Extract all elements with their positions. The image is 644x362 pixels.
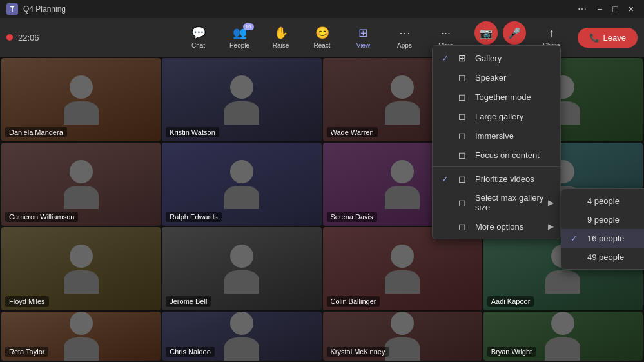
avatar-body-16 — [545, 337, 580, 361]
avatar-body-5 — [64, 186, 99, 209]
large-gallery-label: Large gallery — [475, 112, 523, 121]
avatar-head-9 — [70, 245, 93, 268]
toolbar-people[interactable]: 👥 People 16 — [219, 18, 260, 57]
select-max-label: Select max gallery size — [475, 193, 551, 212]
more-icon: ··· — [441, 26, 451, 40]
more-options-label: More options — [475, 222, 523, 232]
avatar-body-9 — [64, 270, 99, 294]
menu-divider-1 — [433, 166, 560, 167]
video-cell-1: Daniela Mandera — [1, 58, 161, 141]
avatar-head-11 — [391, 245, 414, 268]
end-call-label: Leave — [603, 33, 626, 43]
more-options-arrow-icon: ▶ — [548, 222, 554, 231]
app-logo: T — [6, 3, 18, 15]
avatar-head-7 — [391, 160, 414, 183]
avatar-head-1 — [70, 75, 93, 99]
select-max-menu-icon: ◻ — [458, 197, 469, 208]
recording-indicator — [6, 34, 13, 41]
menu-large-gallery[interactable]: ◻ Large gallery — [433, 106, 560, 126]
menu-select-max[interactable]: ◻ Select max gallery size ▶ 4 people 9 p… — [433, 188, 560, 217]
immersive-menu-icon: ◻ — [458, 130, 469, 141]
gallery-size-submenu: 4 people 9 people ✓ 16 people 49 people — [561, 188, 644, 270]
video-cell-14: Chris Naidoo — [162, 312, 321, 361]
menu-together[interactable]: ◻ Together mode — [433, 87, 560, 106]
avatar-head-10 — [230, 245, 253, 268]
avatar-head-13 — [70, 312, 93, 335]
toolbar-chat[interactable]: 💬 Chat — [178, 18, 219, 57]
raise-icon: ✋ — [274, 26, 288, 40]
speaker-label: Speaker — [475, 73, 506, 83]
menu-focus[interactable]: ◻ Focus on content — [433, 145, 560, 165]
avatar-body-15 — [385, 337, 420, 361]
more-options-menu-icon: ◻ — [458, 221, 469, 232]
maximize-btn[interactable]: □ — [609, 4, 621, 14]
name-tag-14: Chris Naidoo — [166, 347, 215, 357]
select-max-arrow-icon: ▶ — [548, 198, 554, 207]
name-tag-7: Serena Davis — [327, 212, 377, 222]
prioritize-check-icon: ✓ — [442, 174, 452, 184]
avatar-body-3 — [385, 101, 420, 125]
4-people-label: 4 people — [587, 196, 620, 206]
focus-label: Focus on content — [475, 150, 540, 160]
mic-button[interactable]: 🎤 — [503, 21, 526, 45]
name-tag-9: Floyd Miles — [5, 296, 49, 307]
together-label: Together mode — [475, 92, 531, 102]
view-icon: ⊞ — [358, 26, 368, 40]
submenu-9-people[interactable]: 9 people — [561, 210, 644, 229]
name-tag-5: Cameron Williamson — [5, 212, 78, 222]
49-people-label: 49 people — [587, 252, 624, 262]
avatar-body-13 — [64, 337, 99, 361]
immersive-label: Immersive — [475, 131, 514, 141]
name-tag-13: Reta Taylor — [5, 347, 48, 357]
name-tag-11: Colin Ballinger — [327, 296, 380, 307]
avatar-head-14 — [230, 312, 253, 335]
apps-label: Apps — [397, 42, 412, 49]
name-tag-16: Bryan Wright — [487, 347, 536, 357]
focus-menu-icon: ◻ — [458, 150, 469, 160]
video-cell-5: Cameron Williamson — [1, 143, 161, 226]
react-icon: 😊 — [315, 26, 329, 40]
menu-immersive[interactable]: ◻ Immersive — [433, 126, 560, 145]
video-cell-6: Ralph Edwards — [162, 143, 321, 226]
react-label: React — [313, 42, 330, 49]
name-tag-6: Ralph Edwards — [166, 212, 222, 222]
toolbar-raise[interactable]: ✋ Raise — [260, 18, 302, 57]
toolbar-react[interactable]: 😊 React — [302, 18, 343, 57]
camera-button[interactable]: 📷 — [474, 21, 498, 45]
prioritize-menu-icon: ◻ — [458, 174, 469, 184]
timer-area: 22:06 — [6, 33, 39, 43]
chat-label: Chat — [191, 42, 205, 49]
toolbar-view[interactable]: ⊞ View — [343, 18, 384, 57]
apps-icon: ⋯ — [399, 26, 411, 40]
menu-more-options[interactable]: ◻ More options ▶ — [433, 217, 560, 236]
toolbar-apps[interactable]: ⋯ Apps — [384, 18, 425, 57]
video-cell-2: Kristin Watson — [162, 58, 321, 141]
name-tag-1: Daniela Mandera — [5, 127, 67, 137]
avatar-head-2 — [230, 75, 253, 99]
video-cell-9: Floyd Miles — [1, 227, 161, 310]
avatar-head-16 — [551, 312, 574, 335]
menu-gallery[interactable]: ✓ ⊞ Gallery — [433, 48, 560, 68]
avatar-body-10 — [224, 270, 259, 294]
avatar-body-7 — [385, 186, 420, 209]
submenu-49-people[interactable]: 49 people — [561, 248, 644, 266]
call-timer: 22:06 — [18, 33, 39, 43]
title-bar-left: T Q4 Planning — [6, 3, 66, 15]
close-btn[interactable]: × — [625, 4, 638, 14]
minimize-btn[interactable]: ⋯ — [574, 4, 590, 14]
end-call-button[interactable]: 📞 Leave — [578, 28, 638, 48]
phone-icon: 📞 — [589, 33, 600, 43]
restore-btn[interactable]: − — [593, 4, 606, 14]
avatar-head-15 — [391, 312, 414, 335]
name-tag-3: Wade Warren — [327, 127, 378, 137]
submenu-4-people[interactable]: 4 people — [561, 192, 644, 210]
toolbar-center: 💬 Chat 👥 People 16 ✋ Raise 😊 React ⊞ Vie… — [178, 18, 467, 57]
submenu-16-people[interactable]: ✓ 16 people — [561, 229, 644, 248]
avatar-body-1 — [64, 101, 99, 125]
menu-prioritize[interactable]: ✓ ◻ Prioritize videos — [433, 169, 560, 188]
menu-speaker[interactable]: ◻ Speaker — [433, 68, 560, 87]
avatar-body-12 — [545, 270, 580, 294]
avatar-head-6 — [230, 160, 253, 183]
name-tag-10: Jerome Bell — [166, 296, 211, 307]
avatar-head-3 — [391, 75, 414, 99]
